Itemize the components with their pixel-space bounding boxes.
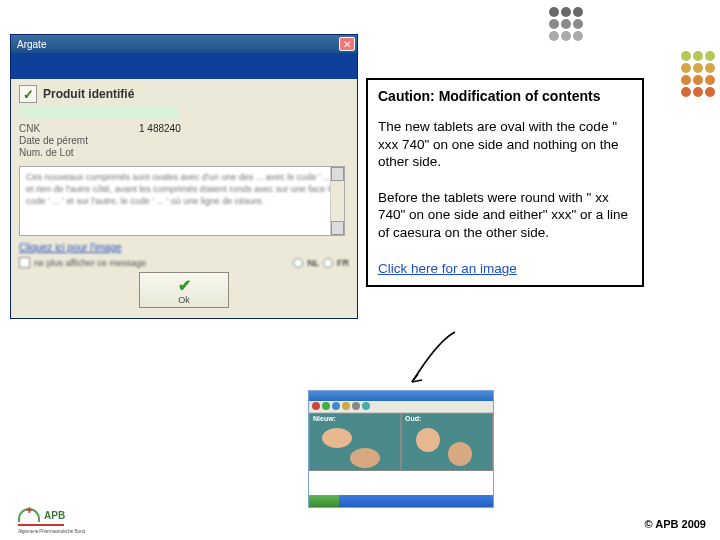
scroll-up-icon[interactable] bbox=[331, 167, 344, 181]
toolbar-icon bbox=[332, 402, 340, 410]
image-link[interactable]: Cliquez ici pour l'image bbox=[19, 242, 349, 253]
product-identified-label: Produit identifié bbox=[43, 87, 134, 101]
info-panel: Caution: Modification of contents The ne… bbox=[366, 78, 644, 287]
description-textbox: Ces nouveaux comprimés sont ovales avec … bbox=[19, 166, 345, 236]
logo-subtitle: Algemene Pharmaceutische Bond bbox=[18, 528, 85, 534]
toolbar-icon bbox=[342, 402, 350, 410]
radio-fr-label: FR bbox=[337, 258, 349, 268]
thumbnail-window: Nieuw: Oud: bbox=[308, 390, 494, 508]
close-icon[interactable]: ✕ bbox=[339, 37, 355, 51]
thumb-start-button bbox=[309, 495, 339, 507]
radio-nl-label: NL bbox=[307, 258, 319, 268]
titlebar[interactable]: Argate ✕ bbox=[11, 35, 357, 53]
checkbox[interactable] bbox=[19, 257, 30, 268]
ok-label: Ok bbox=[178, 295, 190, 305]
pill-round-front bbox=[416, 428, 440, 452]
toolbar-icon bbox=[322, 402, 330, 410]
product-name-blurred bbox=[19, 106, 179, 119]
dialog-window: Argate ✕ ✓ Produit identifié CNK 1 48824… bbox=[10, 34, 358, 319]
cnk-value: 1 488240 bbox=[139, 123, 181, 134]
ok-check-icon: ✔ bbox=[178, 276, 191, 295]
scroll-track[interactable] bbox=[331, 181, 344, 221]
radio-fr[interactable] bbox=[323, 258, 333, 268]
header-strip bbox=[11, 53, 357, 79]
pill-oval-back bbox=[350, 448, 380, 468]
panel-paragraph-2: Before the tablets were round with " xx … bbox=[378, 189, 632, 242]
logo-underline bbox=[18, 524, 64, 526]
copyright: © APB 2009 bbox=[644, 518, 706, 530]
radio-nl[interactable] bbox=[293, 258, 303, 268]
thumb-titlebar bbox=[309, 391, 493, 401]
pill-label-new: Nieuw: bbox=[313, 415, 336, 422]
description-text: Ces nouveaux comprimés sont ovales avec … bbox=[20, 167, 344, 211]
toolbar-icon bbox=[312, 402, 320, 410]
thumb-taskbar bbox=[309, 495, 493, 507]
logo-arc-icon: ✚ bbox=[18, 508, 40, 522]
toolbar-icon bbox=[352, 402, 360, 410]
apb-logo: ✚ APB bbox=[18, 508, 65, 522]
window-title: Argate bbox=[13, 39, 46, 50]
decoration-dots-grey bbox=[548, 6, 584, 42]
language-radios: NL FR bbox=[293, 258, 349, 268]
pill-panel-new: Nieuw: bbox=[309, 413, 401, 471]
scroll-down-icon[interactable] bbox=[331, 221, 344, 235]
thumb-content: Nieuw: Oud: bbox=[309, 413, 493, 471]
thumb-toolbar bbox=[309, 401, 493, 413]
panel-title: Caution: Modification of contents bbox=[378, 88, 632, 104]
pill-round-back bbox=[448, 442, 472, 466]
cnk-label: CNK bbox=[19, 123, 109, 134]
ok-button[interactable]: ✔ Ok bbox=[139, 272, 229, 308]
panel-paragraph-1: The new tablets are oval with the code "… bbox=[378, 118, 632, 171]
expiry-label: Date de péremt bbox=[19, 135, 109, 146]
pill-panel-old: Oud: bbox=[401, 413, 493, 471]
decoration-dots-color bbox=[680, 50, 716, 98]
toolbar-icon bbox=[362, 402, 370, 410]
scrollbar[interactable] bbox=[330, 167, 344, 235]
panel-image-link[interactable]: Click here for an image bbox=[378, 261, 517, 276]
pill-label-old: Oud: bbox=[405, 415, 421, 422]
lot-label: Num. de Lot bbox=[19, 147, 109, 158]
checkmark-icon: ✓ bbox=[19, 85, 37, 103]
pill-oval-front bbox=[322, 428, 352, 448]
no-show-checkbox-row[interactable]: ne plus afficher ce message bbox=[19, 257, 146, 268]
arrow-icon bbox=[400, 330, 470, 390]
no-show-label: ne plus afficher ce message bbox=[34, 258, 146, 268]
logo-text: APB bbox=[44, 510, 65, 521]
